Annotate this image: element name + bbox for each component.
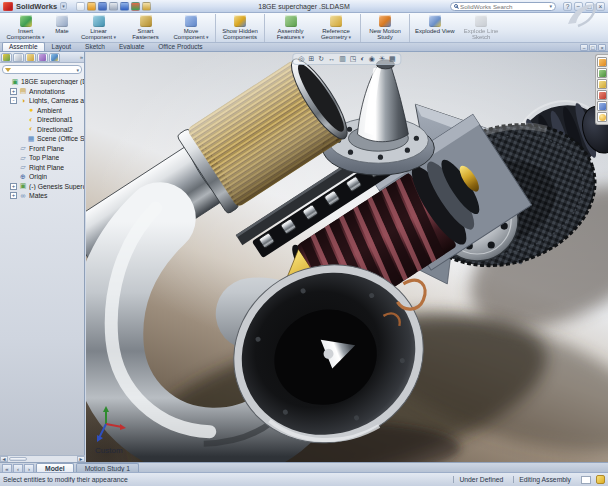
doc-close-button[interactable]: ×	[598, 44, 606, 51]
tree-item[interactable]: Top Plane	[0, 153, 84, 163]
pan-icon[interactable]: ↔	[328, 55, 335, 63]
document-tab[interactable]: Motion Study 1	[76, 463, 139, 472]
ribbon-tab[interactable]: Sketch	[78, 42, 112, 51]
command-icon	[475, 15, 487, 27]
quick-access-button[interactable]	[142, 2, 151, 11]
command-button[interactable]: Reference Geometry	[314, 14, 361, 42]
zoom-fit-icon[interactable]: ◎	[298, 55, 304, 63]
tree-item-icon	[19, 87, 27, 95]
solidworks-resources-tab[interactable]	[597, 57, 607, 67]
doc-minimize-button[interactable]: −	[580, 44, 588, 51]
displaymanager-tab[interactable]	[49, 53, 60, 62]
close-button[interactable]: ×	[596, 2, 605, 11]
command-button[interactable]: Mate	[49, 14, 75, 42]
appearances-icon[interactable]: ☀	[379, 55, 385, 63]
graphics-viewport[interactable]: ◎⊞↻↔▥◳◐◉☀▦ Custom	[86, 52, 608, 462]
ribbon-tab[interactable]: Layout	[45, 42, 79, 51]
command-button[interactable]: Linear Component	[75, 14, 122, 42]
panel-horizontal-scrollbar[interactable]: ◄ ►	[0, 455, 85, 462]
tab-nav-buttons: «‹›	[1, 463, 34, 472]
quick-access-button[interactable]	[131, 2, 140, 11]
tree-item[interactable]: Right Plane	[0, 163, 84, 173]
zoom-area-icon[interactable]: ⊞	[308, 55, 314, 63]
editing-mode-status[interactable]: Editing Assembly	[513, 476, 576, 483]
section-view-icon[interactable]: ▥	[339, 55, 346, 63]
task-pane-tab-strip	[595, 54, 608, 125]
command-button[interactable]: Explode Line Sketch	[458, 14, 505, 42]
quick-access-button[interactable]	[120, 2, 129, 11]
main-area: » ▾ 18GE superchager (Default<Displ +	[0, 52, 608, 462]
command-button[interactable]: Smart Fasteners	[122, 14, 169, 42]
search-input[interactable]	[460, 3, 547, 10]
ribbon-tab[interactable]: Office Products	[151, 42, 209, 51]
tree-expander[interactable]: +	[10, 183, 17, 190]
tree-item[interactable]: Directional2	[0, 125, 84, 135]
tree-item[interactable]: Origin	[0, 172, 84, 182]
hide-show-items-icon[interactable]: ◉	[369, 55, 375, 63]
view-palette-tab[interactable]	[597, 101, 607, 111]
solidworks-search[interactable]: ▾	[450, 2, 556, 11]
document-tab[interactable]: Model	[36, 463, 74, 472]
command-button[interactable]: Exploded View	[412, 14, 458, 42]
tree-item[interactable]: + (-) Genesis Supercharger Final	[0, 182, 84, 192]
tree-item[interactable]: 18GE superchager (Default<Displ	[0, 77, 84, 87]
constraint-status: Under Defined	[453, 476, 508, 483]
tree-expander[interactable]: +	[10, 192, 17, 199]
command-button[interactable]: Assembly Features	[267, 14, 314, 42]
tree-item[interactable]: - Lights, Cameras and Scene	[0, 96, 84, 106]
minimize-button[interactable]: −	[574, 2, 583, 11]
headsup-view-toolbar: ◎⊞↻↔▥◳◐◉☀▦	[292, 53, 401, 65]
tabs-first-button[interactable]: «	[2, 464, 12, 472]
tree-item[interactable]: Scene (Office Space)	[0, 134, 84, 144]
scroll-thumb[interactable]	[9, 457, 27, 461]
display-style-icon[interactable]: ◐	[360, 55, 364, 63]
ribbon-tab[interactable]: Assemble	[2, 42, 45, 51]
scene-icon[interactable]: ▦	[389, 55, 396, 63]
tree-filter[interactable]: ▾	[2, 65, 82, 74]
tabs-prev-button[interactable]: ‹	[13, 464, 23, 472]
search-chevron-icon[interactable]: ▾	[549, 3, 552, 9]
tree-expander[interactable]: -	[10, 97, 17, 104]
tree-item-icon	[19, 144, 27, 152]
quick-access-button[interactable]	[109, 2, 118, 11]
doc-restore-button[interactable]: □	[589, 44, 597, 51]
dimxpertmanager-tab[interactable]	[37, 53, 48, 62]
tree-expander[interactable]: +	[10, 88, 17, 95]
tree-item[interactable]: + Mates	[0, 191, 84, 201]
tree-filter-input[interactable]	[13, 67, 74, 73]
tree-item[interactable]: Directional1	[0, 115, 84, 125]
filter-chevron-icon[interactable]: ▾	[76, 67, 79, 73]
command-button[interactable]: Show Hidden Components	[218, 14, 265, 42]
help-button[interactable]: ?	[563, 2, 572, 11]
appearances-tab[interactable]	[597, 112, 607, 122]
featuremanager-tab[interactable]	[1, 53, 12, 62]
tree-item[interactable]: + Annotations	[0, 87, 84, 97]
panel-tabs-overflow[interactable]: »	[80, 54, 83, 60]
tree-item-icon	[19, 154, 27, 162]
quick-tips-icon[interactable]	[596, 475, 605, 484]
rotate-view-icon[interactable]: ↻	[318, 55, 324, 63]
app-menu[interactable]: SolidWorks	[16, 2, 57, 11]
design-library-tab[interactable]	[597, 68, 607, 78]
command-button[interactable]: New Motion Study	[363, 14, 410, 42]
configurationmanager-tab[interactable]	[25, 53, 36, 62]
toolbox-tab[interactable]	[597, 90, 607, 100]
tabs-next-button[interactable]: ›	[24, 464, 34, 472]
document-tabs: ModelMotion Study 1	[34, 463, 139, 472]
restore-button[interactable]: □	[585, 2, 594, 11]
ribbon-tab[interactable]: Evaluate	[112, 42, 151, 51]
quick-tips-box[interactable]	[581, 476, 591, 484]
tree-item[interactable]: Front Plane	[0, 144, 84, 154]
command-button[interactable]: Move Component	[169, 14, 216, 42]
view-orientation-icon[interactable]: ◳	[350, 55, 357, 63]
tree-item[interactable]: Ambient	[0, 106, 84, 116]
app-menu-chevron-icon[interactable]: ▾	[60, 2, 67, 10]
file-explorer-tab[interactable]	[597, 79, 607, 89]
quick-access-button[interactable]	[98, 2, 107, 11]
quick-access-button[interactable]	[87, 2, 96, 11]
command-button[interactable]: Insert Components	[2, 14, 49, 42]
propertymanager-tab[interactable]	[13, 53, 24, 62]
quick-access-button[interactable]	[76, 2, 85, 11]
task-pane-icon	[599, 103, 606, 110]
command-icon	[185, 15, 197, 27]
